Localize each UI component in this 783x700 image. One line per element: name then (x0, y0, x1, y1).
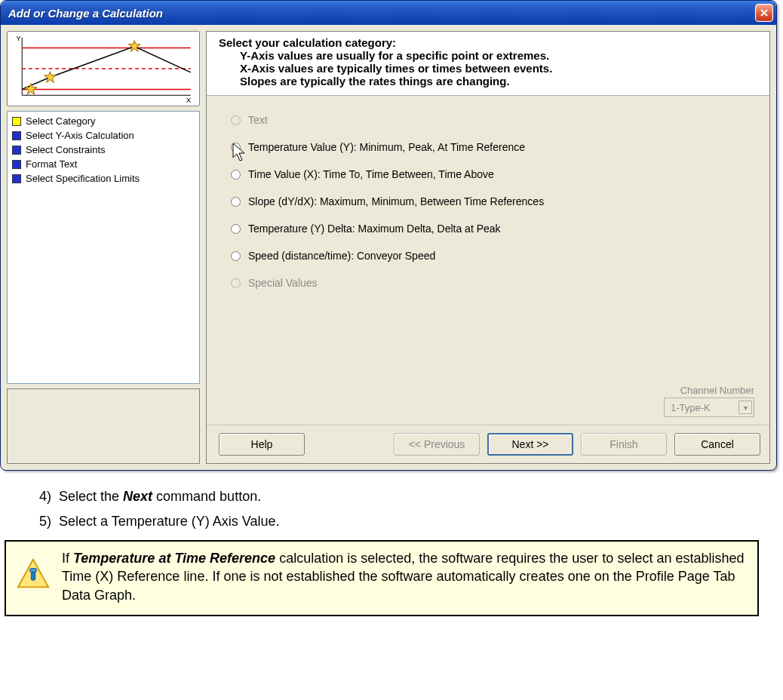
radio-label: Speed (distance/time): Conveyor Speed (248, 250, 435, 262)
wizard-step: Select Y-Axis Calculation (12, 128, 195, 143)
tip-callout: If Temperature at Time Reference calcula… (5, 540, 759, 616)
step-label: Select Category (26, 115, 96, 127)
step-marker-icon (12, 160, 21, 169)
wizard-steps-list: Select Category Select Y-Axis Calculatio… (7, 111, 200, 384)
radio-icon (231, 197, 241, 207)
finish-button: Finish (581, 433, 667, 456)
header-subline: Y-Axis values are usually for a specific… (219, 49, 762, 62)
svg-marker-8 (45, 72, 57, 83)
radio-icon (231, 278, 241, 288)
step-marker-icon (12, 131, 21, 140)
radio-icon (231, 170, 241, 180)
radio-label: Time Value (X): Time To, Time Between, T… (248, 168, 494, 180)
step-number: 5) (33, 514, 51, 530)
wizard-step: Select Constraints (12, 143, 195, 157)
radio-icon (231, 143, 241, 152)
svg-text:Y: Y (16, 34, 21, 42)
step-number: 4) (33, 489, 51, 505)
button-row: Help << Previous Next >> Finish Cancel (207, 425, 769, 463)
svg-marker-7 (25, 84, 37, 95)
step-label: Select Constraints (26, 144, 106, 155)
step-label: Select Y-Axis Calculation (26, 130, 134, 141)
right-column: Select your calculation category: Y-Axis… (206, 31, 770, 464)
radio-label: Text (248, 114, 268, 126)
close-button[interactable] (755, 4, 773, 22)
title-bar: Add or Change a Calculation (1, 1, 776, 25)
channel-number-block: Channel Number 1-Type-K ▾ (664, 385, 754, 417)
tip-icon (17, 557, 50, 590)
svg-rect-12 (29, 569, 36, 573)
radio-icon (231, 224, 241, 234)
step-marker-icon (12, 117, 21, 126)
dialog-window: Add or Change a Calculation Y X (0, 0, 777, 471)
step-marker-icon (12, 146, 21, 155)
cancel-button[interactable]: Cancel (674, 433, 760, 456)
header-title: Select your calculation category: (219, 36, 762, 49)
page-header: Select your calculation category: Y-Axis… (207, 32, 769, 96)
wizard-step: Select Category (12, 114, 195, 128)
radio-option-time-x[interactable]: Time Value (X): Time To, Time Between, T… (231, 168, 751, 180)
radio-label: Temperature (Y) Delta: Maximum Delta, De… (248, 223, 501, 235)
radio-label: Temperature Value (Y): Minimum, Peak, At… (248, 141, 525, 153)
close-icon (760, 8, 769, 17)
window-title: Add or Change a Calculation (8, 7, 163, 20)
radio-label: Slope (dY/dX): Maximum, Minimum, Between… (248, 195, 544, 207)
radio-option-temp-delta[interactable]: Temperature (Y) Delta: Maximum Delta, De… (231, 223, 751, 235)
radio-option-text: Text (231, 114, 751, 126)
radio-option-temperature-y[interactable]: Temperature Value (Y): Minimum, Peak, At… (231, 141, 751, 153)
radio-icon (231, 115, 241, 125)
svg-text:X: X (186, 96, 192, 104)
radio-option-slope[interactable]: Slope (dY/dX): Maximum, Minimum, Between… (231, 195, 751, 207)
instruction-step-5: 5) Select a Temperature (Y) Axis Value. (0, 509, 783, 534)
radio-option-speed[interactable]: Speed (distance/time): Conveyor Speed (231, 250, 751, 262)
wizard-step: Select Specification Limits (12, 171, 195, 186)
wizard-step: Format Text (12, 157, 195, 171)
channel-value: 1-Type-K (671, 402, 711, 413)
radio-group: Text Temperature Value (Y): Minimum, Pea… (207, 96, 769, 425)
help-button[interactable]: Help (219, 433, 305, 456)
step-label: Select Specification Limits (26, 173, 140, 184)
left-column: Y X Select Category Select Y-Axis Calcul… (7, 31, 200, 464)
chart-preview: Y X (7, 31, 200, 106)
radio-option-special: Special Values (231, 277, 751, 289)
description-panel (7, 388, 200, 464)
svg-marker-9 (128, 41, 140, 52)
radio-label: Special Values (248, 277, 318, 289)
chevron-down-icon: ▾ (738, 401, 752, 414)
step-text: Select the Next command button. (59, 489, 261, 505)
header-subline: Slopes are typically the rates things ar… (219, 75, 762, 88)
dialog-body: Y X Select Category Select Y-Axis Calcul… (1, 25, 776, 470)
channel-label: Channel Number (664, 385, 754, 396)
previous-button: << Previous (394, 433, 480, 456)
channel-select: 1-Type-K ▾ (664, 398, 754, 417)
next-button[interactable]: Next >> (487, 433, 573, 456)
tip-text: If Temperature at Time Reference calcula… (62, 549, 747, 604)
step-marker-icon (12, 174, 21, 183)
header-subline: X-Axis values are typically times or tim… (219, 62, 762, 75)
step-label: Format Text (26, 158, 77, 170)
step-text: Select a Temperature (Y) Axis Value. (59, 514, 279, 530)
radio-icon (231, 251, 241, 261)
instruction-step-4: 4) Select the Next command button. (0, 484, 783, 509)
chart-preview-svg: Y X (8, 32, 199, 106)
